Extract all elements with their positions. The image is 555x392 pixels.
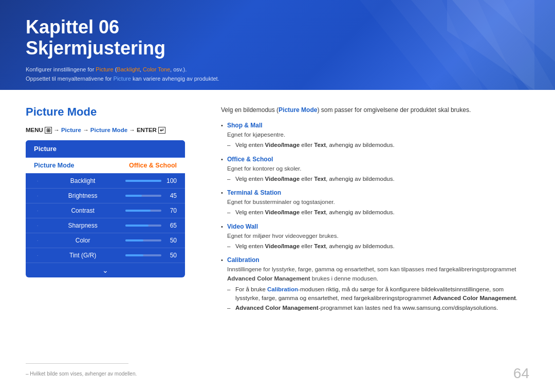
picture-panel: Picture Picture Mode Office & School · B… [26, 140, 185, 277]
contrast-label: Contrast [71, 207, 94, 214]
terminal-title: Terminal & Station [227, 189, 281, 196]
picture-mode-value: Office & School [129, 162, 177, 169]
office-desc: Egnet for kontorer og skoler. [227, 165, 301, 172]
calibration-title: Calibration [227, 256, 260, 264]
color-slider[interactable] [125, 239, 161, 241]
right-intro: Velg en bildemodus (Picture Mode) som pa… [221, 105, 529, 115]
chevron-down-row[interactable]: ⌄ [26, 263, 185, 277]
office-sub-1: Velg enten Video/Image eller Text, avhen… [227, 175, 529, 183]
shop-sub-1: Velg enten Video/Image eller Text, avhen… [227, 141, 529, 150]
list-item-videowall: Video Wall Egnet for miljøer hvor videov… [221, 222, 529, 251]
left-column: Picture Mode MENU ⊞ → Picture → Picture … [26, 105, 200, 351]
contrast-value: 70 [165, 207, 177, 214]
contrast-slider[interactable] [125, 210, 161, 212]
list-item-office: Office & School Egnet for kontorer og sk… [221, 155, 529, 184]
sharpness-row[interactable]: · Sharpness 65 [26, 218, 185, 233]
header: Kapittel 06 Skjermjustering Konfigurer i… [0, 0, 555, 90]
shop-desc: Egnet for kjøpesentre. [227, 132, 285, 138]
page-title: Skjermjustering [26, 38, 529, 59]
sharpness-slider[interactable] [125, 225, 161, 227]
chapter-label: Kapittel 06 [26, 16, 529, 38]
footer-area: Hvilket bilde som vises, avhenger av mod… [0, 363, 555, 377]
color-value: 50 [165, 237, 177, 244]
videowall-desc: Egnet for miljøer hvor videovegger bruke… [227, 233, 339, 239]
picture-mode-label: Picture Mode [34, 162, 75, 169]
list-item-shop: Shop & Mall Egnet for kjøpesentre. Velg … [221, 121, 529, 150]
office-title: Office & School [227, 156, 273, 163]
footer-note: Hvilket bilde som vises, avhenger av mod… [26, 367, 529, 377]
terminal-sub-1: Velg enten Video/Image eller Text, avhen… [227, 208, 529, 217]
brightness-label: Brightness [68, 192, 98, 199]
sharpness-value: 65 [165, 222, 177, 229]
panel-header: Picture [26, 140, 185, 157]
calibration-desc: Innstillingene for lysstyrke, farge, gam… [227, 266, 516, 282]
header-subtitle-1: Konfigurer innstillingene for Picture (B… [26, 64, 529, 73]
backlight-label: Backlight [70, 177, 96, 184]
main-content: Picture Mode MENU ⊞ → Picture → Picture … [0, 90, 555, 361]
menu-path: MENU ⊞ → Picture → Picture Mode → ENTER … [26, 127, 200, 133]
shop-title: Shop & Mall [227, 122, 263, 129]
header-subtitle-2: Oppsettet til menyalternativene for Pict… [26, 73, 529, 83]
color-label: Color [76, 237, 90, 244]
panel-dot-backlight: · [37, 179, 38, 183]
picture-mode-row[interactable]: Picture Mode Office & School [26, 157, 185, 173]
page-number: 64 [513, 365, 529, 382]
calibration-sub-1: For å bruke Calibration-modusen riktig, … [227, 285, 529, 303]
terminal-desc: Egnet for bussterminaler og togstasjoner… [227, 199, 335, 205]
calibration-sub-2: Advanced Color Management-programmet kan… [227, 304, 529, 312]
brightness-value: 45 [165, 192, 177, 199]
color-row[interactable]: · Color 50 [26, 233, 185, 248]
right-column: Velg en bildemodus (Picture Mode) som pa… [221, 105, 529, 351]
videowall-sub-1: Velg enten Video/Image eller Text, avhen… [227, 242, 529, 251]
tint-slider[interactable] [125, 254, 161, 256]
section-title: Picture Mode [26, 105, 200, 119]
brightness-slider[interactable] [125, 195, 161, 197]
backlight-row[interactable]: · Backlight 100 [26, 173, 185, 188]
brightness-row[interactable]: · Brightness 45 [26, 188, 185, 203]
sharpness-label: Sharpness [68, 222, 97, 229]
tint-row[interactable]: · Tint (G/R) 50 [26, 248, 185, 263]
backlight-value: 100 [165, 177, 177, 184]
tint-label: Tint (G/R) [69, 252, 96, 259]
videowall-title: Video Wall [227, 223, 258, 230]
list-item-calibration: Calibration Innstillingene for lysstyrke… [221, 255, 529, 312]
contrast-row[interactable]: · Contrast 70 [26, 203, 185, 218]
list-item-terminal: Terminal & Station Egnet for busstermina… [221, 188, 529, 217]
tint-value: 50 [165, 252, 177, 259]
chevron-down-icon: ⌄ [102, 266, 108, 274]
mode-list: Shop & Mall Egnet for kjøpesentre. Velg … [221, 121, 529, 312]
backlight-slider[interactable] [125, 180, 161, 182]
